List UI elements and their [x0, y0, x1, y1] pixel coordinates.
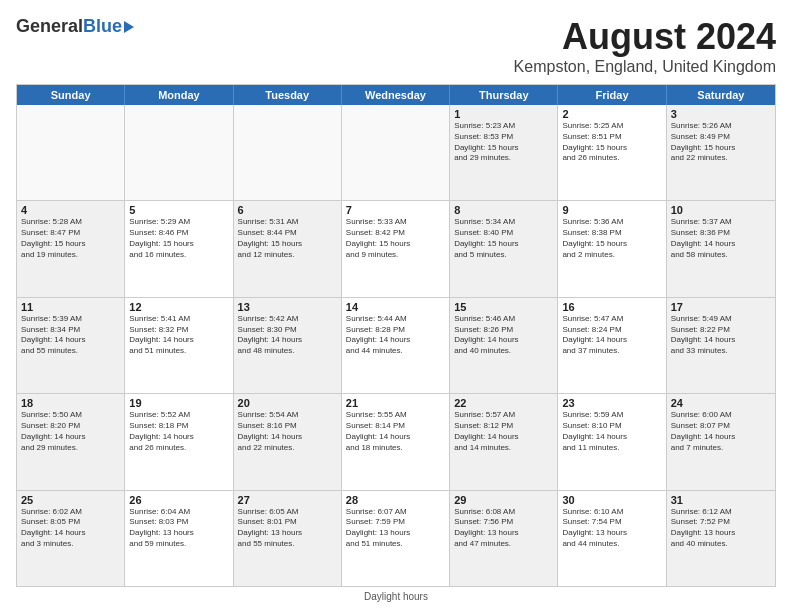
day-info: Sunrise: 5:41 AM Sunset: 8:32 PM Dayligh…: [129, 314, 228, 357]
week-row-5: 25Sunrise: 6:02 AM Sunset: 8:05 PM Dayli…: [17, 490, 775, 586]
logo-arrow-icon: [124, 21, 134, 33]
calendar: SundayMondayTuesdayWednesdayThursdayFrid…: [16, 84, 776, 587]
day-cell-27: 27Sunrise: 6:05 AM Sunset: 8:01 PM Dayli…: [234, 491, 342, 586]
day-info: Sunrise: 5:36 AM Sunset: 8:38 PM Dayligh…: [562, 217, 661, 260]
day-info: Sunrise: 6:10 AM Sunset: 7:54 PM Dayligh…: [562, 507, 661, 550]
day-number: 2: [562, 108, 661, 120]
footer-note: Daylight hours: [16, 591, 776, 602]
week-row-3: 11Sunrise: 5:39 AM Sunset: 8:34 PM Dayli…: [17, 297, 775, 393]
calendar-body: 1Sunrise: 5:23 AM Sunset: 8:53 PM Daylig…: [17, 105, 775, 586]
week-row-1: 1Sunrise: 5:23 AM Sunset: 8:53 PM Daylig…: [17, 105, 775, 200]
day-number: 1: [454, 108, 553, 120]
day-number: 30: [562, 494, 661, 506]
day-info: Sunrise: 5:31 AM Sunset: 8:44 PM Dayligh…: [238, 217, 337, 260]
day-info: Sunrise: 5:23 AM Sunset: 8:53 PM Dayligh…: [454, 121, 553, 164]
day-cell-29: 29Sunrise: 6:08 AM Sunset: 7:56 PM Dayli…: [450, 491, 558, 586]
day-number: 10: [671, 204, 771, 216]
page: General Blue August 2024 Kempston, Engla…: [0, 0, 792, 612]
day-info: Sunrise: 5:55 AM Sunset: 8:14 PM Dayligh…: [346, 410, 445, 453]
day-number: 27: [238, 494, 337, 506]
day-info: Sunrise: 6:05 AM Sunset: 8:01 PM Dayligh…: [238, 507, 337, 550]
day-cell-1: 1Sunrise: 5:23 AM Sunset: 8:53 PM Daylig…: [450, 105, 558, 200]
day-cell-15: 15Sunrise: 5:46 AM Sunset: 8:26 PM Dayli…: [450, 298, 558, 393]
day-cell-23: 23Sunrise: 5:59 AM Sunset: 8:10 PM Dayli…: [558, 394, 666, 489]
header-day-wednesday: Wednesday: [342, 85, 450, 105]
logo-blue-text: Blue: [83, 16, 122, 37]
day-cell-22: 22Sunrise: 5:57 AM Sunset: 8:12 PM Dayli…: [450, 394, 558, 489]
day-cell-20: 20Sunrise: 5:54 AM Sunset: 8:16 PM Dayli…: [234, 394, 342, 489]
day-number: 17: [671, 301, 771, 313]
day-info: Sunrise: 5:25 AM Sunset: 8:51 PM Dayligh…: [562, 121, 661, 164]
day-number: 5: [129, 204, 228, 216]
day-number: 22: [454, 397, 553, 409]
day-info: Sunrise: 6:12 AM Sunset: 7:52 PM Dayligh…: [671, 507, 771, 550]
day-number: 18: [21, 397, 120, 409]
day-number: 12: [129, 301, 228, 313]
title-block: August 2024 Kempston, England, United Ki…: [514, 16, 776, 76]
day-info: Sunrise: 5:29 AM Sunset: 8:46 PM Dayligh…: [129, 217, 228, 260]
day-cell-21: 21Sunrise: 5:55 AM Sunset: 8:14 PM Dayli…: [342, 394, 450, 489]
day-cell-3: 3Sunrise: 5:26 AM Sunset: 8:49 PM Daylig…: [667, 105, 775, 200]
day-info: Sunrise: 5:33 AM Sunset: 8:42 PM Dayligh…: [346, 217, 445, 260]
day-info: Sunrise: 5:54 AM Sunset: 8:16 PM Dayligh…: [238, 410, 337, 453]
day-cell-5: 5Sunrise: 5:29 AM Sunset: 8:46 PM Daylig…: [125, 201, 233, 296]
day-info: Sunrise: 5:39 AM Sunset: 8:34 PM Dayligh…: [21, 314, 120, 357]
day-info: Sunrise: 6:00 AM Sunset: 8:07 PM Dayligh…: [671, 410, 771, 453]
day-cell-2: 2Sunrise: 5:25 AM Sunset: 8:51 PM Daylig…: [558, 105, 666, 200]
day-cell-18: 18Sunrise: 5:50 AM Sunset: 8:20 PM Dayli…: [17, 394, 125, 489]
day-cell-4: 4Sunrise: 5:28 AM Sunset: 8:47 PM Daylig…: [17, 201, 125, 296]
day-info: Sunrise: 5:26 AM Sunset: 8:49 PM Dayligh…: [671, 121, 771, 164]
day-number: 26: [129, 494, 228, 506]
day-number: 14: [346, 301, 445, 313]
day-cell-19: 19Sunrise: 5:52 AM Sunset: 8:18 PM Dayli…: [125, 394, 233, 489]
empty-cell: [342, 105, 450, 200]
day-cell-11: 11Sunrise: 5:39 AM Sunset: 8:34 PM Dayli…: [17, 298, 125, 393]
day-cell-12: 12Sunrise: 5:41 AM Sunset: 8:32 PM Dayli…: [125, 298, 233, 393]
day-cell-30: 30Sunrise: 6:10 AM Sunset: 7:54 PM Dayli…: [558, 491, 666, 586]
day-number: 16: [562, 301, 661, 313]
header-day-sunday: Sunday: [17, 85, 125, 105]
header: General Blue August 2024 Kempston, Engla…: [16, 16, 776, 76]
day-number: 3: [671, 108, 771, 120]
day-info: Sunrise: 5:42 AM Sunset: 8:30 PM Dayligh…: [238, 314, 337, 357]
main-title: August 2024: [514, 16, 776, 58]
day-info: Sunrise: 5:52 AM Sunset: 8:18 PM Dayligh…: [129, 410, 228, 453]
day-number: 15: [454, 301, 553, 313]
day-cell-17: 17Sunrise: 5:49 AM Sunset: 8:22 PM Dayli…: [667, 298, 775, 393]
day-cell-10: 10Sunrise: 5:37 AM Sunset: 8:36 PM Dayli…: [667, 201, 775, 296]
day-info: Sunrise: 6:08 AM Sunset: 7:56 PM Dayligh…: [454, 507, 553, 550]
day-number: 7: [346, 204, 445, 216]
day-info: Sunrise: 5:37 AM Sunset: 8:36 PM Dayligh…: [671, 217, 771, 260]
day-number: 9: [562, 204, 661, 216]
day-info: Sunrise: 6:07 AM Sunset: 7:59 PM Dayligh…: [346, 507, 445, 550]
day-number: 29: [454, 494, 553, 506]
day-number: 21: [346, 397, 445, 409]
day-number: 24: [671, 397, 771, 409]
day-info: Sunrise: 5:59 AM Sunset: 8:10 PM Dayligh…: [562, 410, 661, 453]
day-number: 28: [346, 494, 445, 506]
subtitle: Kempston, England, United Kingdom: [514, 58, 776, 76]
empty-cell: [17, 105, 125, 200]
empty-cell: [234, 105, 342, 200]
calendar-header-row: SundayMondayTuesdayWednesdayThursdayFrid…: [17, 85, 775, 105]
week-row-4: 18Sunrise: 5:50 AM Sunset: 8:20 PM Dayli…: [17, 393, 775, 489]
day-info: Sunrise: 5:46 AM Sunset: 8:26 PM Dayligh…: [454, 314, 553, 357]
day-cell-24: 24Sunrise: 6:00 AM Sunset: 8:07 PM Dayli…: [667, 394, 775, 489]
day-cell-26: 26Sunrise: 6:04 AM Sunset: 8:03 PM Dayli…: [125, 491, 233, 586]
day-number: 20: [238, 397, 337, 409]
day-cell-28: 28Sunrise: 6:07 AM Sunset: 7:59 PM Dayli…: [342, 491, 450, 586]
day-info: Sunrise: 5:49 AM Sunset: 8:22 PM Dayligh…: [671, 314, 771, 357]
day-number: 31: [671, 494, 771, 506]
day-cell-9: 9Sunrise: 5:36 AM Sunset: 8:38 PM Daylig…: [558, 201, 666, 296]
day-info: Sunrise: 6:04 AM Sunset: 8:03 PM Dayligh…: [129, 507, 228, 550]
logo-general-text: General: [16, 16, 83, 37]
day-number: 23: [562, 397, 661, 409]
day-info: Sunrise: 5:34 AM Sunset: 8:40 PM Dayligh…: [454, 217, 553, 260]
day-cell-13: 13Sunrise: 5:42 AM Sunset: 8:30 PM Dayli…: [234, 298, 342, 393]
day-number: 6: [238, 204, 337, 216]
header-day-tuesday: Tuesday: [234, 85, 342, 105]
day-cell-7: 7Sunrise: 5:33 AM Sunset: 8:42 PM Daylig…: [342, 201, 450, 296]
day-number: 25: [21, 494, 120, 506]
day-cell-31: 31Sunrise: 6:12 AM Sunset: 7:52 PM Dayli…: [667, 491, 775, 586]
day-number: 4: [21, 204, 120, 216]
